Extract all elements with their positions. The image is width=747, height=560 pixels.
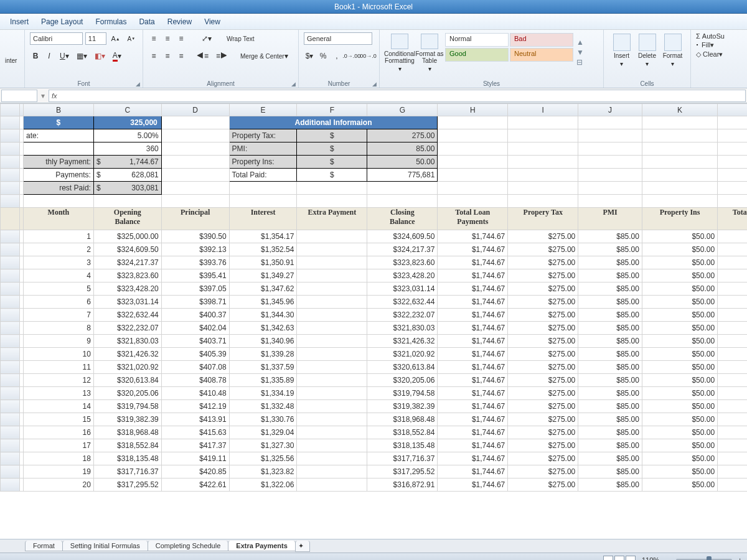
- align-center-icon[interactable]: ≡: [162, 50, 173, 62]
- table-row[interactable]: 17$318,552.84$417.37$1,327.30$318,135.48…: [1, 439, 748, 452]
- table-row[interactable]: 12$320,613.84$408.78$1,335.89$320,205.06…: [1, 374, 748, 387]
- table-row[interactable]: 8$322,232.07$402.04$1,342.63$321,830.03$…: [1, 322, 748, 335]
- styles-gallery-icon[interactable]: ⊟: [576, 58, 586, 67]
- menu-data[interactable]: Data: [133, 15, 161, 29]
- table-row[interactable]: 18$318,135.48$419.11$1,325.56$317,716.37…: [1, 452, 748, 465]
- table-row[interactable]: 14$319,794.58$412.19$1,332.48$319,382.39…: [1, 400, 748, 413]
- font-dialog-icon[interactable]: ◢: [136, 81, 140, 87]
- delete-icon: [639, 34, 656, 51]
- table-row[interactable]: 13$320,205.06$410.48$1,334.19$319,794.58…: [1, 387, 748, 400]
- style-neutral[interactable]: Neutral: [510, 48, 573, 62]
- spreadsheet-grid[interactable]: BCDEFGHIJKL $325,000Additional Informaio…: [0, 103, 747, 539]
- wrap-text-button[interactable]: Wrap Text: [224, 32, 257, 45]
- bold-button[interactable]: B: [30, 50, 41, 62]
- format-painter-label[interactable]: inter: [5, 57, 19, 64]
- sheet-tab-format[interactable]: Format: [25, 541, 63, 551]
- table-row[interactable]: 20$317,295.52$422.61$1,322.06$316,872.91…: [1, 478, 748, 492]
- border-button[interactable]: ▦▾: [74, 50, 90, 62]
- menu-page-layout[interactable]: Page Layout: [35, 15, 89, 29]
- sheet-tabs: Format Setting Initial Formulas Completi…: [0, 539, 747, 553]
- style-bad[interactable]: Bad: [510, 33, 573, 47]
- menu-formulas[interactable]: Formulas: [89, 15, 133, 29]
- fill-button[interactable]: 🞍 Fill▾: [696, 41, 714, 49]
- format-icon: [664, 34, 682, 51]
- menu-review[interactable]: Review: [161, 15, 198, 29]
- decrease-font-icon[interactable]: A▼: [125, 32, 138, 45]
- merge-center-button[interactable]: Merge & Center▾: [238, 50, 291, 62]
- page-break-view-icon[interactable]: [626, 556, 636, 561]
- styles-down-icon[interactable]: ▼: [576, 48, 586, 57]
- percent-button[interactable]: %: [317, 50, 329, 62]
- formula-input[interactable]: fx: [49, 90, 746, 102]
- table-icon: [421, 34, 438, 49]
- font-color-button[interactable]: A▾: [110, 50, 124, 62]
- font-size-combo[interactable]: 11: [85, 32, 106, 45]
- group-font-label: Font: [77, 80, 90, 87]
- fx-icon[interactable]: fx: [52, 92, 57, 100]
- table-row[interactable]: 11$321,020.92$407.08$1,337.59$320,613.84…: [1, 361, 748, 374]
- align-top-icon[interactable]: ≡: [148, 32, 159, 45]
- menu-bar: Insert Page Layout Formulas Data Review …: [0, 14, 747, 30]
- insert-cells-button[interactable]: Insert▾: [609, 32, 634, 72]
- conditional-formatting-button[interactable]: Conditional Formatting▾: [385, 32, 415, 72]
- sheet-tab-initial[interactable]: Setting Initial Formulas: [62, 541, 148, 551]
- comma-button[interactable]: ,: [331, 50, 342, 62]
- table-row[interactable]: 1$325,000.00$390.50$1,354.17$324,609.50$…: [1, 230, 748, 243]
- table-row[interactable]: 19$317,716.37$420.85$1,323.82$317,295.52…: [1, 465, 748, 478]
- align-left-icon[interactable]: ≡: [148, 50, 159, 62]
- cond-fmt-icon: [391, 34, 408, 49]
- fill-color-button[interactable]: ◧▾: [92, 50, 108, 62]
- zoom-out-icon[interactable]: −: [665, 556, 669, 561]
- number-format-combo[interactable]: General: [304, 32, 372, 45]
- delete-cells-button[interactable]: Delete▾: [634, 32, 660, 72]
- clear-button[interactable]: ◇ Clear▾: [696, 50, 723, 58]
- table-row[interactable]: 9$321,830.03$403.71$1,340.96$321,426.32$…: [1, 335, 748, 348]
- font-name-combo[interactable]: Calibri: [30, 32, 83, 45]
- table-row[interactable]: 7$322,632.44$400.37$1,344.30$322,232.07$…: [1, 309, 748, 322]
- decrease-indent-icon[interactable]: ⯇≡: [194, 50, 211, 62]
- format-cells-button[interactable]: Format▾: [660, 32, 685, 72]
- decrease-decimal-icon[interactable]: .00→.0: [361, 50, 375, 62]
- page-layout-view-icon[interactable]: [614, 556, 624, 561]
- status-bar: 110% − +: [0, 553, 747, 560]
- table-row[interactable]: 5$323,428.20$397.05$1,347.62$323,031.14$…: [1, 282, 748, 296]
- table-row[interactable]: 15$319,382.39$413.91$1,330.76$318,968.48…: [1, 413, 748, 426]
- menu-view[interactable]: View: [198, 15, 227, 29]
- format-as-table-button[interactable]: Format as Table▾: [415, 32, 444, 72]
- sheet-tab-completing[interactable]: Completing Schedule: [148, 541, 229, 551]
- increase-font-icon[interactable]: A▲: [109, 32, 123, 45]
- column-headers[interactable]: BCDEFGHIJKL: [1, 104, 748, 116]
- zoom-in-icon[interactable]: +: [738, 556, 742, 561]
- group-number-label: Number: [328, 80, 350, 87]
- table-row[interactable]: 4$323,823.60$395.41$1,349.27$323,428.20$…: [1, 269, 748, 282]
- name-box[interactable]: [1, 90, 37, 102]
- formula-bar: ▾ fx: [0, 88, 747, 103]
- new-sheet-button[interactable]: ✦: [295, 541, 310, 552]
- table-row[interactable]: 10$321,426.32$405.39$1,339.28$321,020.92…: [1, 348, 748, 361]
- group-align-label: Alignment: [207, 80, 234, 87]
- formula-dropdown-icon[interactable]: ▾: [39, 91, 47, 100]
- align-right-icon[interactable]: ≡: [176, 50, 187, 62]
- increase-indent-icon[interactable]: ≡⯈: [214, 50, 230, 62]
- orientation-icon[interactable]: ⤢▾: [199, 32, 214, 45]
- increase-decimal-icon[interactable]: .0→.00: [345, 50, 359, 62]
- normal-view-icon[interactable]: [603, 556, 613, 561]
- zoom-level[interactable]: 110%: [642, 556, 659, 561]
- number-dialog-icon[interactable]: ◢: [372, 81, 377, 87]
- table-row[interactable]: 2$324,609.50$392.13$1,352.54$324,217.37$…: [1, 243, 748, 256]
- align-middle-icon[interactable]: ≡: [162, 32, 173, 45]
- table-row[interactable]: 3$324,217.37$393.76$1,350.91$323,823.60$…: [1, 256, 748, 269]
- style-good[interactable]: Good: [445, 48, 509, 62]
- styles-up-icon[interactable]: ▲: [576, 38, 586, 47]
- currency-button[interactable]: $▾: [304, 50, 315, 62]
- sheet-tab-extra[interactable]: Extra Payments: [228, 541, 296, 551]
- underline-button[interactable]: U▾: [57, 50, 72, 62]
- menu-insert[interactable]: Insert: [4, 15, 35, 29]
- table-row[interactable]: 16$318,968.48$415.63$1,329.04$318,552.84…: [1, 426, 748, 439]
- align-dialog-icon[interactable]: ◢: [291, 81, 296, 87]
- table-row[interactable]: 6$323,031.14$398.71$1,345.96$322,632.44$…: [1, 296, 748, 309]
- autosum-button[interactable]: Σ AutoSu: [696, 32, 725, 40]
- style-normal[interactable]: Normal: [445, 33, 509, 47]
- align-bottom-icon[interactable]: ≡: [176, 32, 187, 45]
- italic-button[interactable]: I: [44, 50, 55, 62]
